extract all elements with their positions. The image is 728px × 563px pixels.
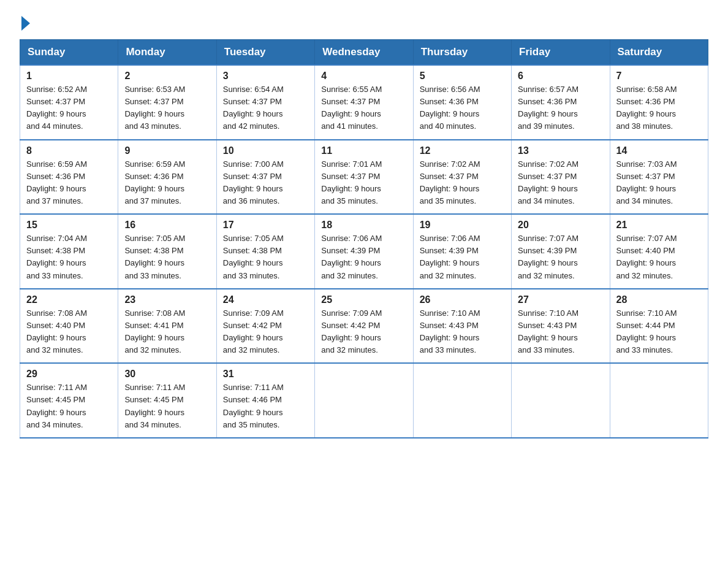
day-number: 15 bbox=[26, 220, 112, 231]
day-info: Sunrise: 7:01 AMSunset: 4:37 PMDaylight:… bbox=[321, 159, 382, 205]
day-info: Sunrise: 6:58 AMSunset: 4:36 PMDaylight:… bbox=[616, 85, 677, 131]
column-header-wednesday: Wednesday bbox=[315, 40, 413, 66]
calendar-cell: 24 Sunrise: 7:09 AMSunset: 4:42 PMDaylig… bbox=[216, 289, 314, 364]
calendar-cell: 9 Sunrise: 6:59 AMSunset: 4:36 PMDayligh… bbox=[118, 140, 216, 215]
calendar-cell: 13 Sunrise: 7:02 AMSunset: 4:37 PMDaylig… bbox=[512, 140, 610, 215]
day-info: Sunrise: 7:07 AMSunset: 4:40 PMDaylight:… bbox=[616, 234, 677, 280]
day-number: 19 bbox=[420, 220, 505, 231]
day-info: Sunrise: 7:11 AMSunset: 4:45 PMDaylight:… bbox=[124, 383, 185, 429]
day-number: 17 bbox=[223, 220, 308, 231]
day-number: 7 bbox=[616, 71, 702, 82]
calendar-week-row: 22 Sunrise: 7:08 AMSunset: 4:40 PMDaylig… bbox=[20, 289, 708, 364]
day-number: 12 bbox=[420, 145, 505, 156]
day-number: 5 bbox=[420, 71, 505, 82]
calendar-cell: 15 Sunrise: 7:04 AMSunset: 4:38 PMDaylig… bbox=[20, 214, 118, 289]
day-number: 31 bbox=[223, 369, 308, 380]
day-number: 2 bbox=[124, 71, 210, 82]
day-number: 11 bbox=[321, 145, 406, 156]
day-number: 22 bbox=[26, 294, 112, 305]
day-number: 14 bbox=[616, 145, 702, 156]
page-header bbox=[20, 15, 708, 28]
day-info: Sunrise: 7:04 AMSunset: 4:38 PMDaylight:… bbox=[26, 234, 87, 280]
day-number: 20 bbox=[518, 220, 603, 231]
column-header-tuesday: Tuesday bbox=[216, 40, 314, 66]
day-number: 1 bbox=[26, 71, 112, 82]
day-info: Sunrise: 6:55 AMSunset: 4:37 PMDaylight:… bbox=[321, 85, 382, 131]
day-info: Sunrise: 6:53 AMSunset: 4:37 PMDaylight:… bbox=[124, 85, 185, 131]
calendar-cell: 20 Sunrise: 7:07 AMSunset: 4:39 PMDaylig… bbox=[512, 214, 610, 289]
calendar-week-row: 29 Sunrise: 7:11 AMSunset: 4:45 PMDaylig… bbox=[20, 363, 708, 438]
day-number: 24 bbox=[223, 294, 308, 305]
calendar-cell: 14 Sunrise: 7:03 AMSunset: 4:37 PMDaylig… bbox=[610, 140, 708, 215]
calendar-cell: 7 Sunrise: 6:58 AMSunset: 4:36 PMDayligh… bbox=[610, 65, 708, 140]
calendar-cell bbox=[413, 363, 511, 438]
day-info: Sunrise: 7:05 AMSunset: 4:38 PMDaylight:… bbox=[223, 234, 284, 280]
day-info: Sunrise: 6:54 AMSunset: 4:37 PMDaylight:… bbox=[223, 85, 284, 131]
calendar-cell: 30 Sunrise: 7:11 AMSunset: 4:45 PMDaylig… bbox=[118, 363, 216, 438]
calendar-cell: 25 Sunrise: 7:09 AMSunset: 4:42 PMDaylig… bbox=[315, 289, 413, 364]
day-number: 30 bbox=[124, 369, 210, 380]
day-info: Sunrise: 7:11 AMSunset: 4:46 PMDaylight:… bbox=[223, 383, 284, 429]
calendar-cell: 21 Sunrise: 7:07 AMSunset: 4:40 PMDaylig… bbox=[610, 214, 708, 289]
calendar-cell: 11 Sunrise: 7:01 AMSunset: 4:37 PMDaylig… bbox=[315, 140, 413, 215]
day-number: 13 bbox=[518, 145, 603, 156]
day-info: Sunrise: 6:59 AMSunset: 4:36 PMDaylight:… bbox=[124, 159, 185, 205]
day-info: Sunrise: 7:10 AMSunset: 4:43 PMDaylight:… bbox=[420, 308, 480, 354]
day-info: Sunrise: 7:06 AMSunset: 4:39 PMDaylight:… bbox=[321, 234, 382, 280]
calendar-cell: 28 Sunrise: 7:10 AMSunset: 4:44 PMDaylig… bbox=[610, 289, 708, 364]
day-info: Sunrise: 7:06 AMSunset: 4:39 PMDaylight:… bbox=[420, 234, 480, 280]
day-number: 9 bbox=[124, 145, 210, 156]
day-info: Sunrise: 7:02 AMSunset: 4:37 PMDaylight:… bbox=[518, 159, 578, 205]
calendar-cell: 26 Sunrise: 7:10 AMSunset: 4:43 PMDaylig… bbox=[413, 289, 511, 364]
day-info: Sunrise: 7:10 AMSunset: 4:43 PMDaylight:… bbox=[518, 308, 578, 354]
calendar-cell: 16 Sunrise: 7:05 AMSunset: 4:38 PMDaylig… bbox=[118, 214, 216, 289]
day-number: 28 bbox=[616, 294, 702, 305]
day-info: Sunrise: 7:00 AMSunset: 4:37 PMDaylight:… bbox=[223, 159, 284, 205]
day-number: 27 bbox=[518, 294, 603, 305]
calendar-cell: 6 Sunrise: 6:57 AMSunset: 4:36 PMDayligh… bbox=[512, 65, 610, 140]
column-header-monday: Monday bbox=[118, 40, 216, 66]
calendar-week-row: 8 Sunrise: 6:59 AMSunset: 4:36 PMDayligh… bbox=[20, 140, 708, 215]
day-number: 8 bbox=[26, 145, 112, 156]
day-info: Sunrise: 6:52 AMSunset: 4:37 PMDaylight:… bbox=[26, 85, 87, 131]
calendar-cell: 1 Sunrise: 6:52 AMSunset: 4:37 PMDayligh… bbox=[20, 65, 118, 140]
column-header-thursday: Thursday bbox=[413, 40, 511, 66]
day-number: 21 bbox=[616, 220, 702, 231]
day-number: 25 bbox=[321, 294, 406, 305]
calendar-cell: 31 Sunrise: 7:11 AMSunset: 4:46 PMDaylig… bbox=[216, 363, 314, 438]
column-header-saturday: Saturday bbox=[610, 40, 708, 66]
logo-arrow-icon bbox=[21, 16, 30, 31]
calendar-cell: 3 Sunrise: 6:54 AMSunset: 4:37 PMDayligh… bbox=[216, 65, 314, 140]
calendar-cell: 18 Sunrise: 7:06 AMSunset: 4:39 PMDaylig… bbox=[315, 214, 413, 289]
day-number: 6 bbox=[518, 71, 603, 82]
day-number: 4 bbox=[321, 71, 406, 82]
calendar-table: SundayMondayTuesdayWednesdayThursdayFrid… bbox=[20, 39, 708, 439]
day-info: Sunrise: 6:59 AMSunset: 4:36 PMDaylight:… bbox=[26, 159, 87, 205]
calendar-cell: 12 Sunrise: 7:02 AMSunset: 4:37 PMDaylig… bbox=[413, 140, 511, 215]
calendar-cell bbox=[512, 363, 610, 438]
calendar-cell: 22 Sunrise: 7:08 AMSunset: 4:40 PMDaylig… bbox=[20, 289, 118, 364]
calendar-week-row: 15 Sunrise: 7:04 AMSunset: 4:38 PMDaylig… bbox=[20, 214, 708, 289]
day-number: 18 bbox=[321, 220, 406, 231]
day-info: Sunrise: 7:11 AMSunset: 4:45 PMDaylight:… bbox=[26, 383, 87, 429]
calendar-cell: 2 Sunrise: 6:53 AMSunset: 4:37 PMDayligh… bbox=[118, 65, 216, 140]
day-number: 3 bbox=[223, 71, 308, 82]
day-info: Sunrise: 7:07 AMSunset: 4:39 PMDaylight:… bbox=[518, 234, 578, 280]
calendar-cell: 4 Sunrise: 6:55 AMSunset: 4:37 PMDayligh… bbox=[315, 65, 413, 140]
calendar-header-row: SundayMondayTuesdayWednesdayThursdayFrid… bbox=[20, 40, 708, 66]
day-info: Sunrise: 6:57 AMSunset: 4:36 PMDaylight:… bbox=[518, 85, 578, 131]
calendar-cell: 5 Sunrise: 6:56 AMSunset: 4:36 PMDayligh… bbox=[413, 65, 511, 140]
day-number: 10 bbox=[223, 145, 308, 156]
calendar-cell: 10 Sunrise: 7:00 AMSunset: 4:37 PMDaylig… bbox=[216, 140, 314, 215]
calendar-cell bbox=[610, 363, 708, 438]
calendar-cell: 17 Sunrise: 7:05 AMSunset: 4:38 PMDaylig… bbox=[216, 214, 314, 289]
day-info: Sunrise: 7:08 AMSunset: 4:40 PMDaylight:… bbox=[26, 308, 87, 354]
day-number: 26 bbox=[420, 294, 505, 305]
day-number: 23 bbox=[124, 294, 210, 305]
calendar-cell bbox=[315, 363, 413, 438]
calendar-cell: 29 Sunrise: 7:11 AMSunset: 4:45 PMDaylig… bbox=[20, 363, 118, 438]
day-info: Sunrise: 6:56 AMSunset: 4:36 PMDaylight:… bbox=[420, 85, 480, 131]
calendar-cell: 23 Sunrise: 7:08 AMSunset: 4:41 PMDaylig… bbox=[118, 289, 216, 364]
day-info: Sunrise: 7:08 AMSunset: 4:41 PMDaylight:… bbox=[124, 308, 185, 354]
day-number: 29 bbox=[26, 369, 112, 380]
